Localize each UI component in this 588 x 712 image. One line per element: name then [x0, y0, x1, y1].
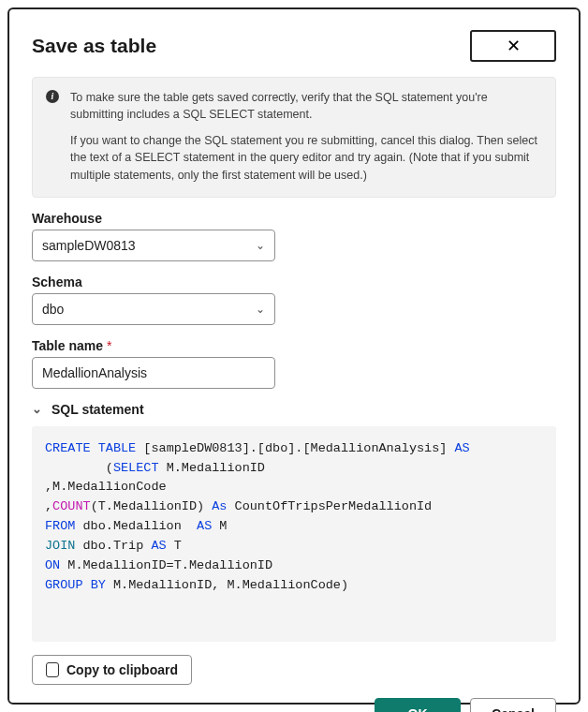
dialog-footer: OK Cancel	[32, 698, 556, 712]
sql-section: ⌄ SQL statement CREATE TABLE [sampleDW08…	[32, 402, 556, 642]
cancel-button[interactable]: Cancel	[470, 698, 556, 712]
close-button[interactable]: ✕	[470, 30, 556, 62]
dialog-title: Save as table	[32, 35, 156, 57]
dialog-header: Save as table ✕	[32, 30, 556, 62]
warehouse-field: Warehouse sampleDW0813 ⌄	[32, 211, 556, 261]
info-icon: i	[46, 90, 59, 103]
info-banner: i To make sure the table gets saved corr…	[32, 77, 556, 198]
warehouse-label: Warehouse	[32, 211, 556, 226]
required-mark: *	[107, 338, 111, 353]
info-text-1: To make sure the table gets saved correc…	[70, 89, 542, 123]
ok-button[interactable]: OK	[375, 698, 461, 712]
sql-toggle[interactable]: ⌄ SQL statement	[32, 402, 556, 417]
schema-label: Schema	[32, 274, 556, 289]
info-text-2: If you want to change the SQL statement …	[70, 132, 542, 183]
table-name-field: Table name *	[32, 338, 556, 389]
chevron-down-icon: ⌄	[32, 402, 42, 416]
schema-select[interactable]: dbo ⌄	[32, 293, 275, 325]
sql-code-box[interactable]: CREATE TABLE [sampleDW0813].[dbo].[Medal…	[32, 426, 556, 642]
close-icon: ✕	[507, 36, 521, 56]
copy-to-clipboard-button[interactable]: Copy to clipboard	[32, 655, 192, 685]
table-name-input[interactable]	[32, 357, 275, 389]
save-as-table-dialog: Save as table ✕ i To make sure the table…	[7, 7, 581, 705]
chevron-down-icon: ⌄	[256, 303, 265, 316]
schema-field: Schema dbo ⌄	[32, 274, 556, 325]
table-name-label-text: Table name	[32, 338, 103, 353]
warehouse-select[interactable]: sampleDW0813 ⌄	[32, 230, 275, 261]
table-name-label: Table name *	[32, 338, 556, 353]
copy-icon	[46, 662, 59, 677]
schema-value: dbo	[42, 302, 64, 317]
copy-label: Copy to clipboard	[66, 662, 178, 677]
chevron-down-icon: ⌄	[256, 239, 265, 252]
sql-label: SQL statement	[51, 402, 144, 417]
warehouse-value: sampleDW0813	[42, 238, 136, 253]
